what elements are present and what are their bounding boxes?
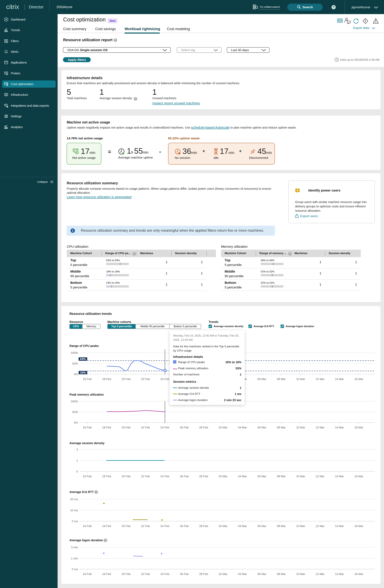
svg-text:08 Mar: 08 Mar	[277, 475, 286, 478]
svg-text:18 Feb: 18 Feb	[102, 525, 111, 528]
svg-text:50%: 50%	[72, 362, 78, 365]
svg-text:24 Feb: 24 Feb	[160, 525, 169, 528]
svg-text:04 Mar: 04 Mar	[238, 475, 247, 478]
svg-text:16 Mar: 16 Mar	[354, 525, 363, 528]
svg-text:06 Mar: 06 Mar	[257, 426, 267, 429]
svg-text:26 Feb: 26 Feb	[180, 475, 189, 478]
svg-text:08 Mar: 08 Mar	[277, 378, 286, 381]
svg-text:20 ms: 20 ms	[70, 498, 78, 501]
svg-text:100%: 100%	[71, 400, 78, 403]
svg-text:10 Mar: 10 Mar	[296, 378, 305, 381]
svg-text:16 Feb: 16 Feb	[83, 525, 92, 528]
svg-text:04 Mar: 04 Mar	[238, 525, 247, 528]
svg-text:0%: 0%	[74, 421, 78, 424]
svg-text:3 min: 3 min	[71, 546, 78, 549]
svg-text:10 Mar: 10 Mar	[296, 426, 305, 429]
svg-text:28 Feb: 28 Feb	[199, 572, 208, 576]
svg-text:26 Feb: 26 Feb	[180, 572, 189, 576]
svg-text:16 Feb: 16 Feb	[83, 475, 92, 478]
svg-text:16 Mar: 16 Mar	[354, 475, 363, 478]
svg-text:28 Feb: 28 Feb	[199, 426, 208, 429]
svg-text:1 min: 1 min	[71, 557, 78, 560]
svg-text:14 Mar: 14 Mar	[335, 426, 344, 429]
svg-text:63%: 63%	[80, 357, 86, 360]
svg-text:20 Feb: 20 Feb	[122, 572, 131, 576]
svg-text:22 Feb: 22 Feb	[141, 378, 150, 381]
svg-text:14 Mar: 14 Mar	[335, 378, 344, 381]
svg-text:16 Mar: 16 Mar	[354, 572, 363, 576]
svg-text:14 Mar: 14 Mar	[335, 475, 344, 478]
svg-text:22 Feb: 22 Feb	[141, 426, 150, 429]
svg-text:06 Mar: 06 Mar	[257, 475, 267, 478]
svg-text:14 Mar: 14 Mar	[335, 572, 344, 576]
svg-text:26 Feb: 26 Feb	[180, 525, 189, 528]
svg-text:12 Mar: 12 Mar	[316, 475, 325, 478]
svg-text:08 Mar: 08 Mar	[277, 525, 286, 528]
svg-text:12 Mar: 12 Mar	[316, 378, 325, 381]
svg-text:24 Feb: 24 Feb	[160, 572, 169, 576]
svg-text:16 Feb: 16 Feb	[83, 572, 92, 576]
svg-text:15%: 15%	[80, 371, 86, 374]
svg-text:0: 0	[76, 470, 78, 473]
svg-text:50%: 50%	[72, 410, 78, 414]
svg-text:0 ms: 0 ms	[72, 520, 78, 523]
svg-text:16 Feb: 16 Feb	[83, 378, 92, 381]
svg-text:08 Mar: 08 Mar	[277, 572, 286, 576]
svg-text:26 Feb: 26 Feb	[180, 426, 189, 429]
svg-text:28 Feb: 28 Feb	[199, 525, 208, 528]
svg-text:20 Feb: 20 Feb	[122, 525, 131, 528]
svg-text:1: 1	[76, 459, 78, 462]
svg-text:02 Mar: 02 Mar	[219, 475, 228, 478]
svg-text:12 Mar: 12 Mar	[316, 525, 325, 528]
svg-text:28 Feb: 28 Feb	[199, 475, 208, 478]
svg-text:02 Mar: 02 Mar	[219, 525, 228, 528]
svg-text:24 Feb: 24 Feb	[160, 475, 169, 478]
svg-text:18 Feb: 18 Feb	[102, 426, 111, 429]
svg-text:0 ms: 0 ms	[72, 568, 78, 571]
svg-text:100%: 100%	[71, 351, 78, 354]
svg-text:24 Feb: 24 Feb	[160, 426, 169, 429]
svg-text:02 Mar: 02 Mar	[219, 572, 228, 576]
svg-text:16 Mar: 16 Mar	[354, 378, 363, 381]
svg-text:14 Mar: 14 Mar	[335, 525, 344, 528]
svg-text:10 Mar: 10 Mar	[296, 475, 305, 478]
svg-text:18 Feb: 18 Feb	[102, 572, 111, 576]
svg-text:20 Feb: 20 Feb	[122, 378, 131, 381]
svg-text:24 Feb: 24 Feb	[160, 378, 169, 381]
svg-text:12 Mar: 12 Mar	[316, 426, 325, 429]
svg-text:18 Feb: 18 Feb	[102, 378, 111, 381]
svg-text:12 Mar: 12 Mar	[316, 572, 325, 576]
svg-text:16 Feb: 16 Feb	[83, 426, 92, 429]
svg-text:22 Feb: 22 Feb	[141, 572, 150, 576]
svg-text:0%: 0%	[74, 373, 78, 376]
svg-text:08 Mar: 08 Mar	[277, 426, 286, 429]
svg-text:10 Mar: 10 Mar	[296, 572, 305, 576]
svg-text:20 Feb: 20 Feb	[122, 426, 131, 429]
svg-text:10 ms: 10 ms	[70, 509, 78, 512]
svg-text:20 Feb: 20 Feb	[122, 475, 131, 478]
svg-text:22 Feb: 22 Feb	[141, 475, 150, 478]
svg-text:22 Feb: 22 Feb	[141, 525, 150, 528]
svg-text:06 Mar: 06 Mar	[257, 378, 267, 381]
svg-text:06 Mar: 06 Mar	[257, 525, 267, 528]
svg-text:02 Mar: 02 Mar	[219, 426, 228, 429]
svg-text:04 Mar: 04 Mar	[238, 426, 247, 429]
svg-text:10 Mar: 10 Mar	[296, 525, 305, 528]
svg-text:04 Mar: 04 Mar	[238, 572, 247, 576]
svg-text:2: 2	[76, 448, 78, 451]
svg-text:18 Feb: 18 Feb	[102, 475, 111, 478]
svg-text:06 Mar: 06 Mar	[257, 572, 267, 576]
svg-text:16 Mar: 16 Mar	[354, 426, 363, 429]
